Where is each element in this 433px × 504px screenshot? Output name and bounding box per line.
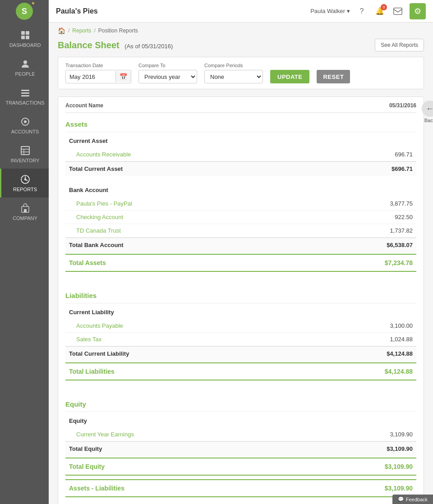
- report-footer: 🕐 Fri May 27 2016 16:34:10 GMT+0530 (Ind…: [65, 499, 416, 504]
- total-current-liability-value: $4,124.88: [387, 350, 413, 357]
- sidebar-item-inventory[interactable]: INVENTORY: [0, 140, 49, 169]
- total-assets-label: Total Assets: [69, 259, 106, 266]
- messages-icon[interactable]: [392, 5, 404, 18]
- svg-rect-6: [21, 92, 29, 94]
- transaction-date-input-wrap: 📅: [65, 70, 131, 83]
- accounts-payable-value: 3,100.00: [390, 322, 413, 329]
- people-icon: [20, 59, 31, 69]
- compare-periods-select[interactable]: None 1 2 3: [204, 70, 263, 83]
- report-table: ← Back Account Name 05/31/2016 Assets Cu…: [58, 96, 424, 504]
- app-logo-icon: S: [16, 3, 33, 20]
- sidebar: S DASHBOARD PEOPLE TRANSACTIONS ACCOUNT: [0, 0, 49, 504]
- total-bank-account-label: Total Bank Account: [69, 242, 124, 248]
- user-menu[interactable]: Paula Walker ▾: [310, 8, 350, 14]
- bank-account-heading: Bank Account: [65, 181, 416, 197]
- liabilities-section-heading: Liabilities: [65, 284, 416, 303]
- back-button-label: Back: [424, 118, 433, 123]
- paulas-pies-paypal-value: 3,877.75: [390, 200, 413, 207]
- table-row: Current Year Earnings 3,109.90: [65, 428, 416, 441]
- reset-button[interactable]: RESET: [317, 70, 350, 83]
- update-button[interactable]: UPDATE: [270, 70, 309, 83]
- sidebar-item-transactions[interactable]: TRANSACTIONS: [0, 82, 49, 111]
- feedback-chat-icon: 💬: [398, 496, 404, 502]
- report-title: Balance Sheet: [58, 40, 120, 50]
- feedback-button[interactable]: 💬 Feedback: [392, 495, 433, 504]
- help-icon[interactable]: ?: [355, 5, 368, 18]
- svg-rect-7: [21, 95, 29, 96]
- table-row: Sales Tax 1,024.88: [65, 333, 416, 346]
- total-liabilities-label: Total Liabilities: [69, 368, 115, 375]
- breadcrumb-sep-1: /: [68, 27, 69, 34]
- inventory-icon: [20, 145, 31, 156]
- col-header-account-name: Account Name: [65, 102, 103, 109]
- sidebar-item-inventory-label: INVENTORY: [11, 158, 40, 163]
- svg-point-4: [23, 60, 27, 64]
- accounts-payable-link[interactable]: Accounts Payable: [76, 322, 123, 329]
- svg-point-9: [24, 120, 27, 123]
- breadcrumb-reports-link[interactable]: Reports: [72, 27, 91, 34]
- current-liability-heading: Current Liability: [65, 303, 416, 319]
- svg-rect-3: [26, 36, 29, 39]
- assets-liabilities-value: $3,109.90: [385, 485, 413, 492]
- total-equity-value: $3,109.90: [385, 463, 413, 470]
- settings-icon[interactable]: ⚙: [410, 3, 426, 19]
- notification-badge: 0: [381, 4, 387, 10]
- total-equity-sub-label: Total Equity: [69, 445, 102, 452]
- accounts-receivable-link[interactable]: Accounts Receivable: [76, 151, 131, 158]
- sales-tax-link[interactable]: Sales Tax: [76, 336, 101, 343]
- sidebar-item-reports[interactable]: REPORTS: [0, 169, 49, 197]
- dashboard-icon: [20, 30, 31, 41]
- header-actions: Paula Walker ▾ ? 🔔 0 ⚙: [310, 3, 426, 19]
- sidebar-item-accounts[interactable]: ACCOUNTS: [0, 111, 49, 140]
- checking-account-link[interactable]: Checking Account: [76, 214, 123, 220]
- breadcrumb-home[interactable]: 🏠: [58, 27, 65, 34]
- current-year-earnings-value: 3,109.90: [390, 431, 413, 438]
- sidebar-item-accounts-label: ACCOUNTS: [11, 129, 39, 134]
- user-name: Paula Walker: [310, 8, 345, 14]
- svg-point-15: [24, 179, 26, 180]
- compare-to-label: Compare To: [138, 63, 197, 68]
- table-row: Accounts Payable 3,100.00: [65, 319, 416, 333]
- compare-to-select[interactable]: Previous year Previous period None: [138, 70, 197, 83]
- sidebar-item-dashboard[interactable]: DASHBOARD: [0, 24, 49, 53]
- header: Paula's Pies Paula Walker ▾ ? 🔔 0 ⚙: [49, 0, 433, 23]
- user-dropdown-icon: ▾: [347, 8, 350, 14]
- svg-rect-0: [21, 31, 25, 35]
- controls-row: Transaction Date 📅 Compare To Previous y…: [58, 57, 424, 89]
- see-all-reports-button[interactable]: See All Reports: [375, 39, 424, 51]
- sidebar-logo[interactable]: S: [0, 0, 49, 23]
- total-assets-value: $7,234.78: [385, 259, 413, 266]
- sidebar-item-company[interactable]: COMPANY: [0, 197, 49, 226]
- sidebar-item-people-label: PEOPLE: [15, 71, 35, 77]
- total-equity-row: Total Equity $3,109.90: [65, 458, 416, 476]
- transaction-date-input[interactable]: [66, 72, 115, 82]
- notifications-icon[interactable]: 🔔 0: [373, 5, 386, 18]
- current-asset-heading: Current Asset: [65, 132, 416, 148]
- breadcrumb-sep-2: /: [94, 27, 95, 34]
- svg-rect-10: [21, 147, 29, 155]
- transactions-icon: [20, 87, 31, 98]
- svg-rect-5: [21, 90, 29, 91]
- main-content: Paula's Pies Paula Walker ▾ ? 🔔 0 ⚙: [49, 0, 433, 504]
- table-row: TD Canada Trust 1,737.82: [65, 224, 416, 238]
- report-title-group: Balance Sheet (As of 05/31/2016): [58, 40, 173, 50]
- compare-to-group: Compare To Previous year Previous period…: [138, 63, 197, 83]
- total-assets-row: Total Assets $7,234.78: [65, 254, 416, 272]
- back-button[interactable]: ← Back: [422, 101, 433, 123]
- total-equity-label: Total Equity: [69, 463, 105, 470]
- compare-periods-label: Compare Periods: [204, 63, 263, 68]
- col-header-date: 05/31/2016: [389, 102, 416, 109]
- total-equity-sub-row: Total Equity $3,109.90: [65, 441, 416, 456]
- assets-section-heading: Assets: [65, 113, 416, 132]
- td-canada-trust-link[interactable]: TD Canada Trust: [76, 227, 121, 234]
- paulas-pies-paypal-link[interactable]: Paula's Pies - PayPal: [76, 200, 132, 207]
- sidebar-item-people[interactable]: PEOPLE: [0, 53, 49, 82]
- table-row: Paula's Pies - PayPal 3,877.75: [65, 197, 416, 211]
- calendar-icon[interactable]: 📅: [115, 71, 131, 82]
- breadcrumb-current: Position Reports: [98, 27, 138, 34]
- reports-icon: [20, 174, 31, 185]
- svg-rect-1: [26, 31, 29, 35]
- total-equity-sub-value: $3,109.90: [387, 445, 413, 452]
- equity-subsection-heading: Equity: [65, 412, 416, 428]
- current-year-earnings-link[interactable]: Current Year Earnings: [76, 431, 134, 438]
